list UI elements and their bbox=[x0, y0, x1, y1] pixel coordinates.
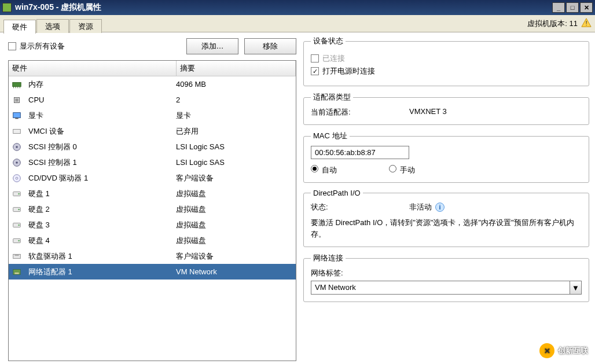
connect-at-poweron-label: 打开电源时连接 bbox=[322, 66, 375, 76]
hardware-row-summary: 显卡 bbox=[176, 111, 293, 121]
hardware-row-summary: 虚拟磁盘 bbox=[176, 189, 293, 199]
connect-at-poweron-checkbox[interactable] bbox=[311, 67, 319, 75]
svg-rect-27 bbox=[14, 254, 19, 256]
hardware-row-label: 网络适配器 1 bbox=[28, 267, 176, 277]
hardware-row-label: 硬盘 2 bbox=[28, 204, 176, 215]
mac-manual-option[interactable]: 手动 bbox=[389, 165, 415, 175]
hardware-row[interactable]: VMCI 设备已弃用 bbox=[9, 123, 296, 139]
hardware-row-label: 内存 bbox=[28, 79, 176, 90]
hardware-row[interactable]: 硬盘 1虚拟磁盘 bbox=[9, 186, 296, 201]
svg-point-19 bbox=[18, 193, 20, 194]
hardware-row[interactable]: 显卡显卡 bbox=[9, 108, 296, 123]
cd-icon bbox=[11, 172, 23, 184]
watermark-text: 创新互联 bbox=[558, 345, 588, 356]
video-icon bbox=[11, 110, 23, 122]
hardware-row-summary: LSI Logic SAS bbox=[176, 142, 293, 151]
hardware-row-label: CD/DVD 驱动器 1 bbox=[28, 173, 176, 183]
hardware-row-label: 硬盘 3 bbox=[28, 220, 176, 230]
svg-point-17 bbox=[16, 177, 18, 179]
connected-label: 已连接 bbox=[322, 53, 345, 64]
hardware-row-summary: VM Network bbox=[176, 267, 293, 276]
network-label-value: VM Network bbox=[311, 281, 570, 294]
hardware-row-summary: 4096 MB bbox=[176, 80, 293, 89]
window-title: win7x-005 - 虚拟机属性 bbox=[15, 2, 551, 13]
vm-version-label: 虚拟机版本: 11 bbox=[527, 19, 578, 29]
show-all-devices-checkbox[interactable] bbox=[8, 42, 16, 50]
hardware-row[interactable]: SCSI 控制器 0LSI Logic SAS bbox=[9, 139, 296, 155]
network-connection-legend: 网络连接 bbox=[311, 253, 346, 263]
disk-icon bbox=[11, 204, 23, 215]
hardware-table-header: 硬件 摘要 bbox=[9, 61, 296, 76]
directpath-group: DirectPath I/O 状态: 非活动i 要激活 DirectPath I… bbox=[303, 189, 589, 247]
svg-point-25 bbox=[18, 240, 20, 241]
directpath-hint: 要激活 DirectPath I/O，请转到"资源"选项卡，选择"内存设置"预留… bbox=[311, 217, 582, 240]
hardware-row[interactable]: 内存4096 MB bbox=[9, 76, 296, 92]
hardware-row[interactable]: 硬盘 3虚拟磁盘 bbox=[9, 217, 296, 233]
hardware-row[interactable]: CPU2 bbox=[9, 92, 296, 108]
svg-rect-10 bbox=[15, 117, 18, 119]
col-summary[interactable]: 摘要 bbox=[177, 61, 296, 76]
mac-auto-option[interactable]: 自动 bbox=[311, 165, 337, 175]
hardware-row-summary: 虚拟磁盘 bbox=[176, 220, 293, 230]
hardware-row[interactable]: CD/DVD 驱动器 1客户端设备 bbox=[9, 170, 296, 186]
tab-1[interactable]: 选项 bbox=[36, 19, 69, 33]
watermark-logo-icon: ✕ bbox=[539, 343, 554, 358]
hardware-row-label: 硬盘 1 bbox=[28, 189, 176, 199]
info-icon[interactable]: i bbox=[435, 203, 445, 212]
svg-rect-11 bbox=[13, 129, 21, 133]
hardware-row[interactable]: 硬盘 4虚拟磁盘 bbox=[9, 233, 296, 248]
hardware-table: 硬件 摘要 内存4096 MBCPU2显卡显卡VMCI 设备已弃用SCSI 控制… bbox=[8, 60, 296, 361]
tab-0[interactable]: 硬件 bbox=[3, 20, 36, 34]
maximize-button[interactable]: □ bbox=[566, 2, 579, 13]
right-pane: 设备状态 已连接 打开电源时连接 适配器类型 当前适配器: VMXNET 3 M… bbox=[301, 32, 595, 364]
left-pane: 显示所有设备 添加… 移除 硬件 摘要 内存4096 MBCPU2显卡显卡VMC… bbox=[0, 32, 301, 364]
show-all-devices-label: 显示所有设备 bbox=[20, 41, 65, 52]
hardware-row[interactable]: 网络适配器 1VM Network bbox=[9, 264, 296, 280]
svg-rect-9 bbox=[13, 112, 21, 117]
directpath-status-value: 非活动i bbox=[409, 202, 582, 212]
radio-icon bbox=[311, 165, 318, 172]
svg-point-23 bbox=[18, 224, 20, 226]
svg-point-21 bbox=[18, 208, 20, 210]
network-label-key: 网络标签: bbox=[311, 268, 582, 278]
radio-icon bbox=[389, 165, 396, 172]
hardware-row-label: 显卡 bbox=[28, 111, 176, 121]
hardware-row-summary: 虚拟磁盘 bbox=[176, 204, 293, 215]
adapter-type-value: VMXNET 3 bbox=[409, 107, 582, 117]
hardware-row-label: CPU bbox=[28, 95, 176, 104]
hardware-row-summary: 客户端设备 bbox=[176, 251, 293, 262]
tab-2[interactable]: 资源 bbox=[69, 19, 102, 33]
svg-point-13 bbox=[16, 146, 18, 148]
hardware-row-summary: 已弃用 bbox=[176, 126, 293, 137]
mac-address-input[interactable] bbox=[311, 146, 409, 159]
svg-text:!: ! bbox=[585, 19, 587, 27]
warning-icon: ! bbox=[581, 17, 592, 28]
add-button[interactable]: 添加… bbox=[186, 38, 238, 54]
vmci-icon bbox=[11, 126, 23, 137]
svg-rect-8 bbox=[15, 98, 18, 101]
mac-address-group: MAC 地址 自动 手动 bbox=[303, 131, 589, 183]
network-connection-group: 网络连接 网络标签: VM Network ▼ bbox=[303, 253, 589, 302]
disk-icon bbox=[11, 219, 23, 231]
memory-icon bbox=[11, 79, 23, 90]
remove-button[interactable]: 移除 bbox=[244, 38, 296, 54]
app-icon bbox=[2, 3, 12, 12]
svg-rect-2 bbox=[13, 82, 21, 86]
device-status-legend: 设备状态 bbox=[311, 36, 346, 46]
connected-checkbox bbox=[311, 54, 319, 62]
minimize-button[interactable]: _ bbox=[552, 2, 565, 13]
hardware-row-summary: LSI Logic SAS bbox=[176, 158, 293, 167]
nic-icon bbox=[11, 266, 23, 278]
hardware-row[interactable]: 软盘驱动器 1客户端设备 bbox=[9, 248, 296, 264]
floppy-icon bbox=[11, 251, 23, 262]
hardware-row-label: SCSI 控制器 1 bbox=[28, 157, 176, 168]
directpath-legend: DirectPath I/O bbox=[311, 189, 363, 197]
hardware-row-label: VMCI 设备 bbox=[28, 126, 176, 137]
cpu-icon bbox=[11, 94, 23, 106]
col-hardware[interactable]: 硬件 bbox=[9, 61, 177, 76]
hardware-row[interactable]: SCSI 控制器 1LSI Logic SAS bbox=[9, 155, 296, 170]
close-button[interactable]: ✕ bbox=[580, 2, 593, 13]
network-label-combo[interactable]: VM Network ▼ bbox=[311, 281, 582, 295]
hardware-row[interactable]: 硬盘 2虚拟磁盘 bbox=[9, 201, 296, 217]
hardware-row-label: 软盘驱动器 1 bbox=[28, 251, 176, 262]
